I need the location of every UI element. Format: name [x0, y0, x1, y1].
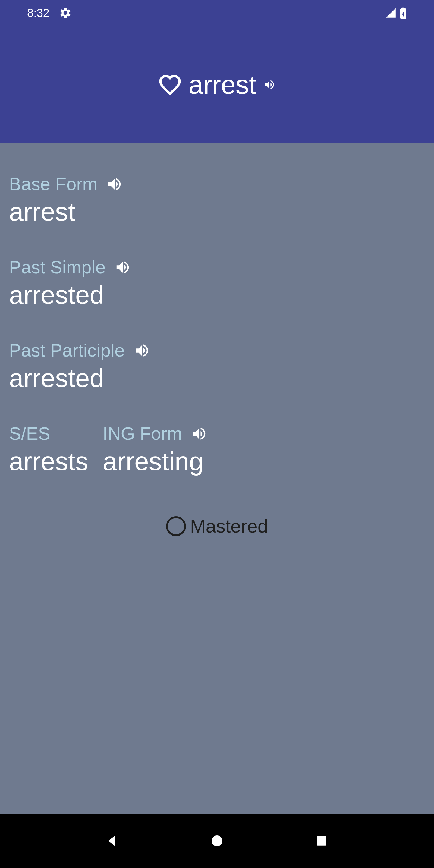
- volume-icon[interactable]: [106, 176, 123, 192]
- signal-icon: [385, 7, 397, 19]
- status-bar: 8:32: [0, 0, 434, 26]
- content: Base Form arrest Past Simple arrested Pa…: [0, 144, 434, 546]
- header: arrest: [0, 26, 434, 144]
- past-simple-label-row: Past Simple: [9, 257, 425, 278]
- base-form-label-row: Base Form: [9, 174, 425, 194]
- ses-label-row: S/ES: [9, 423, 88, 444]
- base-form-label: Base Form: [9, 174, 97, 194]
- past-participle-label-row: Past Participle: [9, 340, 425, 361]
- volume-icon[interactable]: [134, 342, 150, 359]
- ing-label: ING Form: [103, 423, 182, 444]
- ing-label-row: ING Form: [103, 423, 207, 444]
- mastered-label: Mastered: [190, 516, 268, 537]
- status-right: [385, 7, 407, 19]
- past-simple-value: arrested: [9, 280, 425, 310]
- volume-icon[interactable]: [115, 259, 131, 276]
- back-button[interactable]: [104, 833, 121, 849]
- heart-icon[interactable]: [158, 73, 181, 96]
- svg-rect-1: [317, 836, 327, 846]
- ses-ing-row: S/ES arrests ING Form arresting: [9, 423, 425, 476]
- battery-icon: [400, 7, 407, 19]
- past-simple-label: Past Simple: [9, 257, 105, 278]
- navigation-bar: [0, 814, 434, 868]
- status-left: 8:32: [27, 7, 72, 20]
- ing-section: ING Form arresting: [103, 423, 207, 476]
- ses-value: arrests: [9, 446, 88, 476]
- recent-apps-button[interactable]: [313, 833, 330, 849]
- header-word: arrest: [189, 69, 256, 100]
- base-form-section: Base Form arrest: [9, 174, 425, 227]
- past-participle-section: Past Participle arrested: [9, 340, 425, 393]
- volume-icon[interactable]: [264, 79, 276, 91]
- ses-section: S/ES arrests: [9, 423, 88, 476]
- past-participle-label: Past Participle: [9, 340, 125, 361]
- radio-unchecked-icon[interactable]: [166, 516, 186, 536]
- ses-label: S/ES: [9, 423, 50, 444]
- ing-value: arresting: [103, 446, 207, 476]
- volume-icon[interactable]: [191, 426, 207, 442]
- gear-icon: [59, 7, 72, 19]
- past-participle-value: arrested: [9, 363, 425, 393]
- home-button[interactable]: [209, 833, 225, 849]
- base-form-value: arrest: [9, 197, 425, 227]
- past-simple-section: Past Simple arrested: [9, 257, 425, 310]
- mastered-row[interactable]: Mastered: [9, 516, 425, 537]
- status-time: 8:32: [27, 7, 50, 20]
- svg-point-0: [212, 835, 222, 846]
